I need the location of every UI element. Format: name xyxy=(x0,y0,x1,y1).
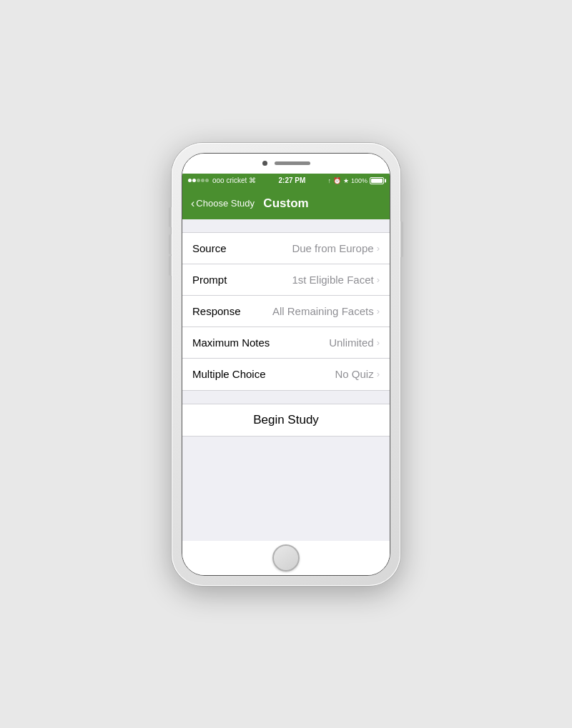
response-row[interactable]: Response All Remaining Facets › xyxy=(182,296,390,327)
maximum-notes-chevron-icon: › xyxy=(377,337,380,348)
status-left: ooo cricket ⌘ xyxy=(188,176,256,184)
source-value-container: Due from Europe › xyxy=(292,242,380,254)
bluetooth-icon: ★ xyxy=(343,177,349,184)
maximum-notes-label: Maximum Notes xyxy=(192,336,270,349)
phone-bottom xyxy=(182,541,390,575)
status-time: 2:27 PM xyxy=(279,176,306,184)
phone-device: ooo cricket ⌘ 2:27 PM ↑ ⏰ ★ 100% ‹ Choos… xyxy=(172,143,400,586)
begin-study-button[interactable]: Begin Study xyxy=(182,404,390,436)
prompt-value-container: 1st Eligible Facet › xyxy=(292,274,380,286)
wifi-icon: ⌘ xyxy=(249,176,256,184)
signal-bars xyxy=(188,179,209,182)
speaker-grill xyxy=(275,161,310,165)
location-icon: ↑ xyxy=(327,177,331,184)
multiple-choice-chevron-icon: › xyxy=(377,369,380,379)
response-label: Response xyxy=(192,305,241,317)
back-button[interactable]: ‹ Choose Study xyxy=(191,198,255,209)
prompt-chevron-icon: › xyxy=(377,274,380,285)
prompt-value: 1st Eligible Facet xyxy=(292,274,373,286)
prompt-label: Prompt xyxy=(192,274,227,286)
action-group: Begin Study xyxy=(182,404,390,437)
battery-fill xyxy=(371,179,383,183)
source-row[interactable]: Source Due from Europe › xyxy=(182,233,390,264)
camera-dot xyxy=(262,161,267,166)
signal-dot-2 xyxy=(192,179,196,182)
alarm-icon: ⏰ xyxy=(333,177,341,184)
source-value: Due from Europe xyxy=(292,242,373,254)
content-area: Source Due from Europe › Prompt 1st Elig… xyxy=(182,219,390,541)
maximum-notes-value: Unlimited xyxy=(329,336,374,349)
navigation-bar: ‹ Choose Study Custom xyxy=(182,188,390,219)
carrier-name: ooo cricket xyxy=(212,176,247,184)
home-button[interactable] xyxy=(272,544,300,572)
battery-percent: 100% xyxy=(351,177,368,184)
maximum-notes-value-container: Unlimited › xyxy=(329,336,380,349)
page-title: Custom xyxy=(263,196,308,211)
prompt-row[interactable]: Prompt 1st Eligible Facet › xyxy=(182,264,390,296)
response-value-container: All Remaining Facets › xyxy=(272,305,380,317)
phone-top-bar xyxy=(182,154,390,174)
maximum-notes-row[interactable]: Maximum Notes Unlimited › xyxy=(182,327,390,359)
multiple-choice-value-container: No Quiz › xyxy=(335,368,380,380)
back-chevron-icon: ‹ xyxy=(191,198,194,209)
begin-study-label: Begin Study xyxy=(253,413,319,427)
settings-group: Source Due from Europe › Prompt 1st Elig… xyxy=(182,232,390,391)
signal-dot-4 xyxy=(201,179,204,182)
source-label: Source xyxy=(192,242,227,254)
signal-dot-3 xyxy=(197,179,200,182)
middle-gap xyxy=(182,391,390,404)
multiple-choice-row[interactable]: Multiple Choice No Quiz › xyxy=(182,359,390,390)
multiple-choice-label: Multiple Choice xyxy=(192,368,266,380)
response-chevron-icon: › xyxy=(377,306,380,316)
source-chevron-icon: › xyxy=(377,243,380,254)
back-label: Choose Study xyxy=(196,198,255,209)
signal-dot-1 xyxy=(188,179,192,182)
response-value: All Remaining Facets xyxy=(272,305,374,317)
phone-screen: ooo cricket ⌘ 2:27 PM ↑ ⏰ ★ 100% ‹ Choos… xyxy=(182,153,390,576)
top-gap xyxy=(182,219,390,232)
multiple-choice-value: No Quiz xyxy=(335,368,373,380)
signal-dot-5 xyxy=(205,179,209,182)
status-right: ↑ ⏰ ★ 100% xyxy=(327,177,384,184)
battery-icon xyxy=(370,177,384,184)
status-bar: ooo cricket ⌘ 2:27 PM ↑ ⏰ ★ 100% xyxy=(182,174,390,188)
